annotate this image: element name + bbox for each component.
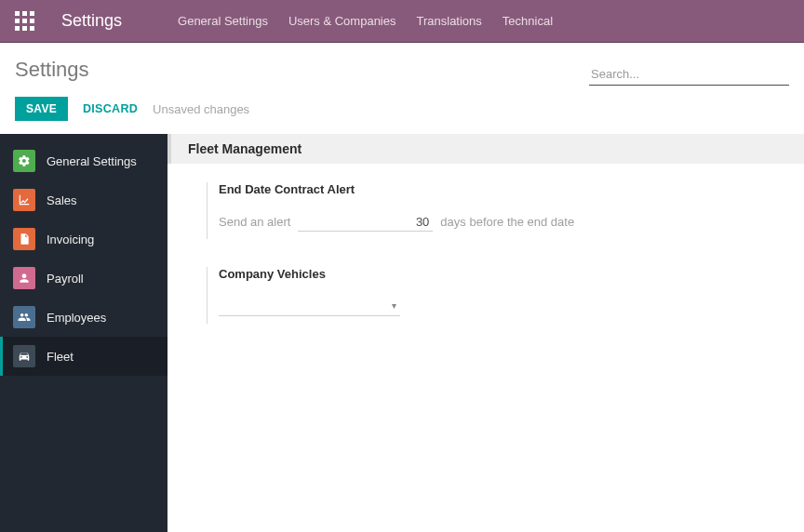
nav-technical[interactable]: Technical bbox=[502, 14, 553, 28]
sidebar-item-label: Sales bbox=[47, 193, 77, 207]
employees-icon bbox=[13, 306, 35, 328]
invoice-icon bbox=[13, 228, 35, 250]
apps-icon[interactable] bbox=[15, 11, 35, 32]
sidebar-item-invoicing[interactable]: Invoicing bbox=[0, 219, 168, 259]
setting-label: End Date Contract Alert bbox=[219, 182, 597, 196]
sidebar-item-label: General Settings bbox=[47, 154, 137, 168]
unsaved-changes-label: Unsaved changes bbox=[153, 102, 249, 116]
setting-end-date-contract-alert: End Date Contract Alert Send an alert da… bbox=[207, 182, 597, 239]
main-panel: Fleet Management End Date Contract Alert… bbox=[168, 134, 804, 532]
action-bar: SAVE DISCARD Unsaved changes bbox=[0, 93, 804, 134]
sidebar-item-payroll[interactable]: Payroll bbox=[0, 259, 168, 298]
content-area: General Settings Sales Invoicing Payroll… bbox=[0, 134, 804, 532]
car-icon bbox=[13, 345, 35, 367]
payroll-icon bbox=[13, 267, 35, 289]
title-bar: Settings bbox=[0, 43, 804, 93]
nav-translations[interactable]: Translations bbox=[417, 14, 482, 28]
sidebar-item-label: Payroll bbox=[47, 272, 84, 286]
save-button[interactable]: SAVE bbox=[15, 97, 68, 121]
sidebar-item-label: Invoicing bbox=[47, 233, 94, 246]
sidebar-item-label: Fleet bbox=[47, 350, 74, 364]
top-navbar: Settings General Settings Users & Compan… bbox=[0, 0, 804, 43]
sidebar-item-general-settings[interactable]: General Settings bbox=[0, 141, 168, 180]
alert-prefix-text: Send an alert bbox=[219, 215, 290, 229]
nav-links: General Settings Users & Companies Trans… bbox=[178, 14, 553, 28]
sidebar-item-fleet[interactable]: Fleet bbox=[0, 337, 168, 376]
nav-users-companies[interactable]: Users & Companies bbox=[288, 14, 396, 28]
company-vehicles-select-wrap: ▾ bbox=[219, 298, 400, 316]
page-title: Settings bbox=[15, 58, 89, 82]
alert-days-input[interactable] bbox=[298, 213, 433, 232]
section-header: Fleet Management bbox=[168, 134, 804, 164]
settings-block: End Date Contract Alert Send an alert da… bbox=[168, 164, 804, 363]
nav-general-settings[interactable]: General Settings bbox=[178, 14, 268, 28]
sidebar-item-employees[interactable]: Employees bbox=[0, 298, 168, 337]
search-container bbox=[589, 58, 789, 86]
setting-line: Send an alert days before the end date bbox=[219, 213, 597, 232]
sidebar: General Settings Sales Invoicing Payroll… bbox=[0, 134, 168, 532]
alert-suffix-text: days before the end date bbox=[440, 215, 574, 229]
search-input[interactable] bbox=[589, 63, 789, 86]
app-name[interactable]: Settings bbox=[61, 11, 122, 31]
sidebar-item-sales[interactable]: Sales bbox=[0, 180, 168, 219]
gear-icon bbox=[13, 150, 35, 172]
chart-line-icon bbox=[13, 189, 35, 211]
company-vehicles-select[interactable] bbox=[219, 298, 400, 316]
sidebar-item-label: Employees bbox=[47, 311, 106, 325]
discard-button[interactable]: DISCARD bbox=[83, 102, 138, 115]
setting-company-vehicles: Company Vehicles ▾ bbox=[207, 267, 597, 324]
setting-label: Company Vehicles bbox=[219, 267, 597, 281]
